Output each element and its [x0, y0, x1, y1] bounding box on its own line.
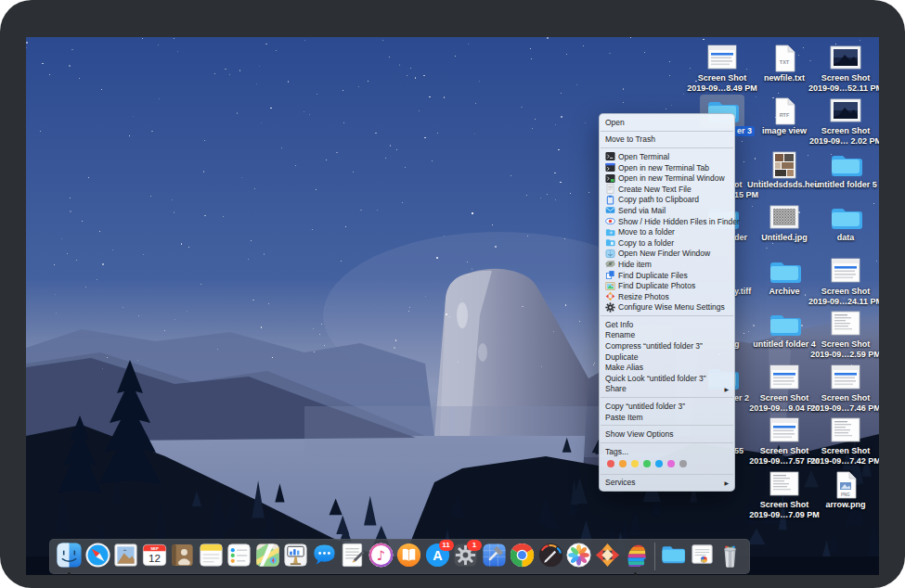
tag-dot[interactable] — [619, 460, 627, 467]
menu-item-services[interactable]: Services▶ — [600, 478, 734, 489]
desktop-icon-screen-shot[interactable] — [804, 258, 879, 288]
dock-item-chrome[interactable] — [509, 543, 536, 570]
menu-item-copy-untitled-folder-3[interactable]: Copy “untitled folder 3” — [600, 401, 734, 412]
eye-icon — [605, 216, 615, 226]
menu-item-label: Copy to a folder — [618, 238, 674, 248]
dock-item-trash[interactable] — [717, 543, 743, 570]
menu-item-configure-wise-menu-settings[interactable]: Configure Wise Menu Settings — [600, 302, 734, 313]
itunes-icon: ♪ — [368, 542, 394, 572]
menu-item-rename[interactable]: Rename — [600, 330, 734, 341]
menu-item-quick-look-untitled-folder-3[interactable]: Quick Look “untitled folder 3” — [600, 373, 734, 384]
dock-item-itunes[interactable]: ♪ — [368, 543, 394, 570]
screenshot-list-icon — [828, 417, 863, 447]
dock-item-safari[interactable] — [84, 543, 111, 570]
menu-item-open-terminal[interactable]: Open Terminal — [600, 151, 734, 162]
menu-item-hide-item[interactable]: Hide item — [600, 259, 734, 270]
dock-item-resize-pinwheel[interactable] — [594, 543, 621, 570]
menu-item-copy-path-to-clipboard[interactable]: Copy path to Clipboard — [600, 195, 734, 206]
desktop-icon-screen-shot[interactable] — [804, 417, 879, 447]
mail-icon — [605, 205, 615, 215]
clipboard-icon — [605, 195, 615, 205]
folder-icon — [766, 258, 803, 289]
tag-dot[interactable] — [667, 460, 675, 467]
svg-text:RTF: RTF — [780, 112, 790, 118]
folder-copy-icon — [605, 237, 615, 248]
desktop: Screen Shot2019-09…8.49 PMer 3ot15 PMder… — [26, 37, 879, 575]
menu-item-get-info[interactable]: Get Info — [600, 319, 734, 330]
menu-item-label: Find Duplicate Files — [618, 271, 688, 280]
dock-item-preview[interactable] — [112, 543, 139, 570]
menu-item-resize-photos[interactable]: Resize Photos — [600, 291, 734, 302]
gear-icon — [605, 302, 615, 313]
dock-item-contacts[interactable] — [169, 543, 196, 570]
photo-frame-icon — [828, 97, 863, 127]
menu-item-label: Resize Photos — [618, 292, 669, 301]
menu-item-show-hide-hidden-files-in-finder[interactable]: Show / Hide Hidden Files in Finder — [600, 216, 734, 227]
screenshot-list-icon — [767, 471, 802, 501]
dock-item-dock-document[interactable] — [689, 543, 716, 570]
dock-item-calendar[interactable]: SEP12 — [141, 543, 168, 570]
screenshot-list-icon — [828, 311, 863, 340]
dock-item-textedit[interactable] — [339, 543, 366, 570]
menu-item-open-new-finder-window[interactable]: Open New Finder Window — [600, 249, 734, 260]
dock-item-keynote[interactable] — [282, 543, 309, 570]
menu-item-find-duplicate-photos[interactable]: Find Duplicate Photos — [600, 280, 734, 291]
desktop-label-fragment: er 2 — [734, 393, 749, 403]
menu-item-open-in-new-terminal-tab[interactable]: Open in new Terminal Tab — [600, 162, 734, 173]
dock-item-dock-folder[interactable] — [660, 543, 687, 570]
menu-item-create-new-text-file[interactable]: Create New Text File — [600, 184, 734, 195]
messages-icon — [311, 542, 338, 572]
desktop-icon-screen-shot[interactable] — [804, 364, 879, 394]
menu-item-send-via-mail[interactable]: Send via Mail — [600, 205, 734, 216]
submenu-arrow-icon: ▶ — [724, 479, 729, 486]
menu-item-duplicate[interactable]: Duplicate — [600, 352, 734, 363]
menu-item-compress-untitled-folder-3[interactable]: Compress “untitled folder 3” — [600, 340, 734, 352]
menu-item-make-alias[interactable]: Make Alias — [600, 362, 734, 373]
menu-item-label: Open in new Terminal Window — [618, 173, 725, 183]
desktop-icon-untitled-folder-5[interactable] — [804, 151, 879, 183]
dock-item-messages[interactable] — [311, 543, 338, 570]
menu-item-show-view-options[interactable]: Show View Options — [600, 428, 734, 440]
desktop-icon-arrow-png[interactable]: PNG — [804, 471, 879, 503]
screenshot-window-icon — [828, 258, 863, 288]
menu-item-label: Services — [605, 478, 636, 487]
menu-item-share[interactable]: Share▶ — [600, 384, 734, 395]
menu-item-paste-item[interactable]: Paste Item — [600, 412, 734, 423]
xcode-icon — [481, 542, 508, 572]
menu-item-find-duplicate-files[interactable]: Find Duplicate Files — [600, 270, 734, 281]
dock-item-books[interactable] — [395, 543, 422, 570]
dock-item-system-preferences[interactable]: 1 — [452, 543, 479, 570]
menu-item-open-in-new-terminal-window[interactable]: Open in new Terminal Window — [600, 173, 734, 184]
dock-item-maps[interactable] — [254, 543, 281, 570]
menu-item-label: Find Duplicate Photos — [618, 281, 695, 290]
desktop-icon-label: data — [795, 233, 879, 243]
dock-item-app-store[interactable]: A11 — [424, 543, 451, 570]
dock-item-photos[interactable] — [565, 543, 592, 570]
dock-item-profile-head[interactable] — [622, 543, 649, 570]
menu-item-copy-to-a-folder[interactable]: Copy to a folder — [600, 237, 734, 249]
tag-dot[interactable] — [631, 460, 639, 467]
tag-dot[interactable] — [643, 460, 651, 467]
tag-dot[interactable] — [607, 460, 614, 467]
tag-dot[interactable] — [655, 460, 663, 467]
running-indicator-dot — [68, 572, 71, 575]
rtf-file-icon: RTF — [769, 97, 799, 129]
tag-dot[interactable] — [679, 460, 687, 467]
photo-collage-icon — [769, 151, 800, 183]
screenshot-window-icon — [767, 417, 802, 447]
menu-item-move-to-a-folder[interactable]: Move to a folder — [600, 226, 734, 237]
menu-item-tags[interactable]: Tags... — [600, 446, 734, 457]
dock-item-reminders[interactable] — [226, 543, 252, 570]
desktop-icon-screen-shot[interactable] — [804, 97, 879, 127]
dock-item-finder[interactable] — [56, 543, 83, 570]
dock-item-color-meter[interactable] — [537, 543, 564, 570]
desktop-icon-data[interactable] — [804, 204, 879, 236]
desktop-icon-screen-shot[interactable] — [804, 45, 879, 74]
menu-item-open[interactable]: Open — [600, 117, 734, 128]
dock-item-notes[interactable] — [198, 543, 225, 570]
menu-item-move-to-trash[interactable]: Move to Trash — [600, 134, 734, 146]
desktop-icon-screen-shot[interactable] — [804, 311, 879, 340]
new-text-file-icon — [605, 184, 615, 194]
dock-item-xcode[interactable] — [481, 543, 508, 570]
textedit-icon — [339, 542, 366, 572]
